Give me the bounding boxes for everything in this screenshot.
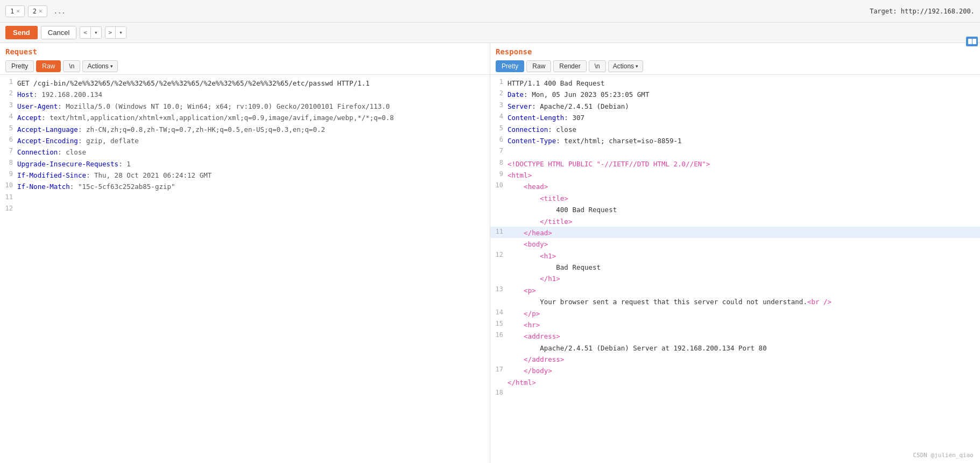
line-content: Accept-Encoding: gzip, deflate: [17, 135, 488, 146]
line-content: If-Modified-Since: Thu, 28 Oct 2021 06:2…: [17, 169, 488, 180]
line-content: Connection: close: [17, 146, 488, 157]
request-line: 7Connection: close: [0, 146, 490, 157]
line-number: 2: [2, 88, 17, 97]
request-actions-button[interactable]: Actions ▾: [82, 60, 117, 72]
request-toolbar: Pretty Raw \n Actions ▾: [0, 58, 490, 75]
request-code-area[interactable]: 1GET /cgi-bin/%2e%%32%65/%2e%%32%65/%2e%…: [0, 75, 490, 463]
line-number: [492, 204, 507, 205]
nav-fwd-group: > ▾: [105, 26, 126, 39]
line-number: [492, 296, 507, 297]
request-actions-chevron: ▾: [110, 64, 113, 69]
response-tab-render[interactable]: Render: [553, 60, 586, 72]
line-number: 9: [2, 169, 17, 178]
response-line: 10 <head>: [490, 180, 980, 192]
line-number: 10: [492, 180, 507, 189]
line-content: Accept-Language: zh-CN,zh;q=0.8,zh-TW;q=…: [17, 123, 488, 135]
line-content: Content-Type: text/html; charset=iso-885…: [507, 135, 978, 146]
line-number: [492, 215, 507, 216]
response-line: <body>: [490, 238, 980, 249]
response-panel-title: Response: [490, 43, 980, 58]
line-content: </title>: [507, 215, 978, 227]
tab-2-close[interactable]: ×: [39, 8, 43, 15]
response-tab-raw[interactable]: Raw: [526, 60, 551, 72]
line-number: [492, 192, 507, 193]
line-content: </address>: [507, 353, 978, 364]
line-content: GET /cgi-bin/%2e%%32%65/%2e%%32%65/%2e%%…: [17, 77, 488, 88]
tab-1-close[interactable]: ×: [16, 8, 20, 15]
request-tab-newline[interactable]: \n: [63, 60, 80, 72]
line-content: Host: 192.168.200.134: [17, 88, 488, 100]
line-number: 12: [492, 250, 507, 258]
request-tab-raw[interactable]: Raw: [36, 60, 61, 72]
line-content: Connection: close: [507, 123, 978, 135]
line-number: 5: [2, 123, 17, 132]
request-panel-title: Request: [0, 43, 490, 58]
response-line: </title>: [490, 215, 980, 227]
watermark: CSDN @julien_qiao: [913, 452, 974, 459]
request-panel: Request Pretty Raw \n Actions ▾ 1GET /cg…: [0, 43, 490, 463]
line-content: <hr>: [507, 319, 978, 330]
response-line: 5Connection: close: [490, 123, 980, 135]
response-actions-button[interactable]: Actions ▾: [608, 60, 643, 72]
response-line: 1HTTP/1.1 400 Bad Request: [490, 77, 980, 88]
line-number: 1: [2, 77, 17, 86]
tab-1[interactable]: 1 ×: [5, 5, 25, 17]
line-content: </head>: [507, 227, 978, 238]
line-number: [492, 238, 507, 239]
response-code-area[interactable]: 1HTTP/1.1 400 Bad Request2Date: Mon, 05 …: [490, 75, 980, 463]
panel-toggle[interactable]: [966, 37, 978, 46]
request-line: 3User-Agent: Mozilla/5.0 (Windows NT 10.…: [0, 100, 490, 111]
line-content: Content-Length: 307: [507, 111, 978, 123]
line-content: HTTP/1.1 400 Bad Request: [507, 77, 978, 88]
response-line: 15 <hr>: [490, 319, 980, 330]
response-line: 400 Bad Request: [490, 204, 980, 215]
line-content: <!DOCTYPE HTML PUBLIC "-//IETF//DTD HTML…: [507, 158, 978, 169]
top-bar: 1 × 2 × ... Target: http://192.168.200.: [0, 0, 980, 23]
response-tab-pretty[interactable]: Pretty: [496, 60, 524, 72]
response-line: </html>: [490, 376, 980, 388]
request-actions-label: Actions: [87, 62, 108, 70]
line-content: [17, 204, 488, 215]
line-content: [507, 388, 978, 399]
line-content: <head>: [507, 180, 978, 192]
tab-2[interactable]: 2 ×: [28, 5, 47, 17]
nav-back-dropdown[interactable]: ▾: [91, 27, 101, 38]
line-content: Accept: text/html,application/xhtml+xml,…: [17, 111, 488, 123]
line-number: 7: [2, 146, 17, 155]
line-content: </html>: [507, 376, 978, 388]
response-line: 4Content-Length: 307: [490, 111, 980, 123]
nav-fwd-button[interactable]: >: [105, 27, 116, 38]
tab-more[interactable]: ...: [51, 6, 69, 17]
line-content: <html>: [507, 169, 978, 180]
line-number: [492, 342, 507, 343]
response-tab-newline[interactable]: \n: [589, 60, 606, 72]
nav-back-button[interactable]: <: [80, 27, 91, 38]
request-tab-pretty[interactable]: Pretty: [5, 60, 34, 72]
line-number: 4: [492, 111, 507, 120]
line-number: 8: [492, 158, 507, 166]
line-number: [492, 272, 507, 273]
send-button[interactable]: Send: [5, 26, 38, 39]
request-line: 10If-None-Match: "15c-5cf63c252ab85-gzip…: [0, 180, 490, 192]
line-content: <body>: [507, 238, 978, 249]
line-number: 2: [492, 88, 507, 97]
line-number: 5: [492, 123, 507, 132]
cancel-button[interactable]: Cancel: [41, 26, 76, 39]
line-number: 6: [2, 135, 17, 143]
line-content: <title>: [507, 192, 978, 204]
response-actions-label: Actions: [613, 62, 634, 70]
line-number: 3: [2, 100, 17, 109]
response-line: 2Date: Mon, 05 Jun 2023 05:23:05 GMT: [490, 88, 980, 100]
line-content: Upgrade-Insecure-Requests: 1: [17, 158, 488, 169]
response-line: 3Server: Apache/2.4.51 (Debian): [490, 100, 980, 111]
response-line: 6Content-Type: text/html; charset=iso-88…: [490, 135, 980, 146]
line-number: 9: [492, 169, 507, 178]
line-number: 8: [2, 158, 17, 166]
request-line: 4Accept: text/html,application/xhtml+xml…: [0, 111, 490, 123]
nav-fwd-dropdown[interactable]: ▾: [116, 27, 126, 38]
line-number: 17: [492, 364, 507, 373]
split-view-button[interactable]: [966, 37, 978, 46]
line-number: 14: [492, 307, 507, 316]
response-line: 16 <address>: [490, 330, 980, 341]
line-content: <h1>: [507, 250, 978, 261]
